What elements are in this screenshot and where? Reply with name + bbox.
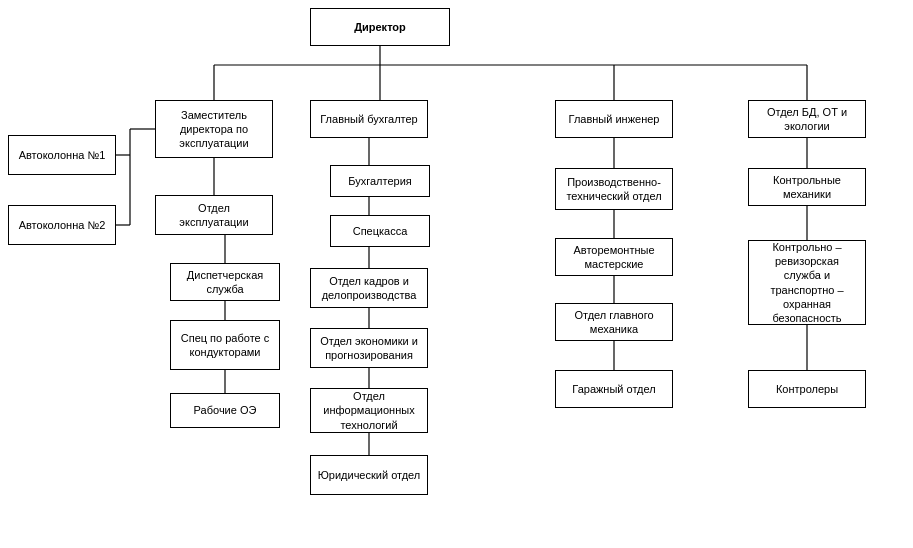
avtoremmaster-box: Авторемонтные мастерские	[555, 238, 673, 276]
rabochie-box: Рабочие ОЭ	[170, 393, 280, 428]
gl-inzh-box: Главный инженер	[555, 100, 673, 138]
kontr-rev-box: Контрольно – ревизорская служба и трансп…	[748, 240, 866, 325]
otdel-gl-meh-box: Отдел главного механика	[555, 303, 673, 341]
disp-box: Диспетчерская служба	[170, 263, 280, 301]
org-chart: Директор Автоколонна №1 Автоколонна №2 З…	[0, 0, 913, 548]
gl-buh-box: Главный бухгалтер	[310, 100, 428, 138]
garazh-box: Гаражный отдел	[555, 370, 673, 408]
otdel-kadrov-box: Отдел кадров и делопроизводства	[310, 268, 428, 308]
avtokolonna1-box: Автоколонна №1	[8, 135, 116, 175]
avtokolonna2-box: Автоколонна №2	[8, 205, 116, 245]
speckassa-box: Спецкасса	[330, 215, 430, 247]
kontr-meh-box: Контрольные механики	[748, 168, 866, 206]
kontrolery-box: Контролеры	[748, 370, 866, 408]
otdel-eksp-box: Отдел эксплуатации	[155, 195, 273, 235]
otdel-it-box: Отдел информационных технологий	[310, 388, 428, 433]
yurid-box: Юридический отдел	[310, 455, 428, 495]
otdel-ekon-box: Отдел экономики и прогнозирования	[310, 328, 428, 368]
prot-box: Производственно-технический отдел	[555, 168, 673, 210]
director-box: Директор	[310, 8, 450, 46]
spec-cond-box: Спец по работе с кондукторами	[170, 320, 280, 370]
buhgalteriya-box: Бухгалтерия	[330, 165, 430, 197]
zamdir-box: Заместитель директора по эксплуатации	[155, 100, 273, 158]
otdel-bd-box: Отдел БД, ОТ и экологии	[748, 100, 866, 138]
